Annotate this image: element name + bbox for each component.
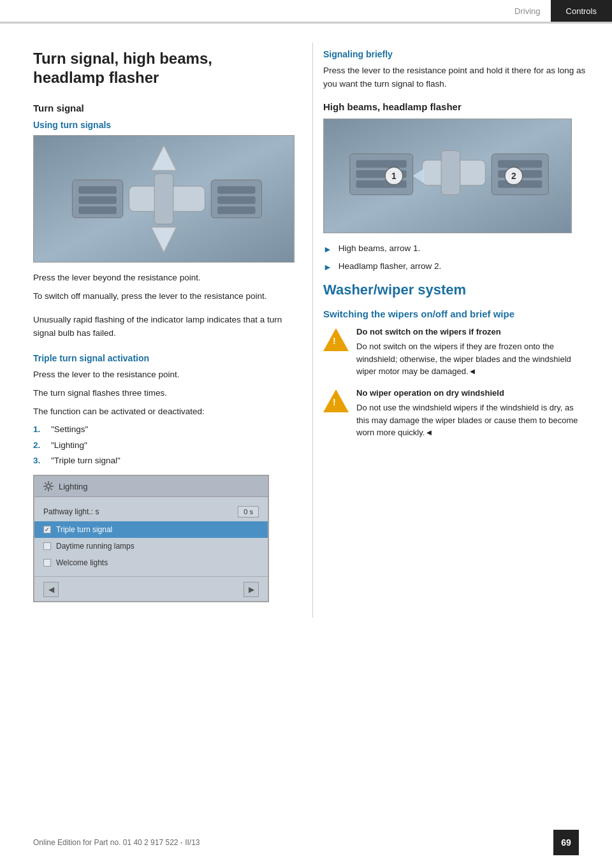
warning-title-1: Do not switch on the wipers if frozen xyxy=(356,326,586,338)
text-3: "Triple turn signal" xyxy=(51,454,120,467)
turn-signals-image-content xyxy=(34,136,294,262)
signaling-text: Press the lever to the resistance point … xyxy=(323,64,586,91)
warning-body-2: Do not use the windshield wipers if the … xyxy=(356,401,586,439)
bullet-arrow-2: ► xyxy=(323,261,332,274)
num-1: 1. xyxy=(33,423,45,436)
lighting-row-3-label: Daytime running lamps xyxy=(56,542,259,551)
svg-line-18 xyxy=(45,483,46,484)
svg-text:2: 2 xyxy=(511,171,516,181)
svg-rect-8 xyxy=(78,206,116,214)
svg-rect-10 xyxy=(217,186,255,194)
page-number: 69 xyxy=(553,830,579,855)
svg-rect-24 xyxy=(441,150,460,194)
bullet-item-1: ► High beams, arrow 1. xyxy=(323,242,586,256)
bullet-item-2: ► Headlamp flasher, arrow 2. xyxy=(323,260,586,274)
num-2: 2. xyxy=(33,439,45,452)
num-3: 3. xyxy=(33,454,45,467)
warning-text-1: Do not switch on the wipers if frozen Do… xyxy=(356,326,586,378)
high-beams-image: 1 2 xyxy=(323,119,572,233)
checkbox-daytime[interactable] xyxy=(43,542,51,550)
main-content: Turn signal, high beams, headlamp flashe… xyxy=(0,24,612,637)
lighting-screenshot-image: Lighting Pathway light.: s 0 s Triple tu… xyxy=(33,475,269,602)
warning-icon-wrap-2 xyxy=(323,387,349,412)
page-footer: Online Edition for Part no. 01 40 2 917 … xyxy=(0,830,612,855)
triple-turn-signal-heading: Triple turn signal activation xyxy=(33,353,292,363)
lighting-nav-next[interactable]: ▶ xyxy=(244,582,259,597)
warning-box-1: Do not switch on the wipers if frozen Do… xyxy=(323,326,586,378)
numbered-item-3: 3. "Triple turn signal" xyxy=(33,454,292,467)
right-column: Signaling briefly Press the lever to the… xyxy=(313,24,612,637)
lighting-nav-prev[interactable]: ◀ xyxy=(43,582,59,597)
switching-wipers-heading: Switching the wipers on/off and brief wi… xyxy=(323,308,586,319)
lighting-row-1-value: 0 s xyxy=(238,506,259,517)
lighting-content: Lighting Pathway light.: s 0 s Triple tu… xyxy=(34,475,268,602)
svg-rect-6 xyxy=(78,186,116,194)
svg-text:1: 1 xyxy=(391,171,397,181)
svg-rect-26 xyxy=(356,160,407,168)
lighting-row-2: Triple turn signal xyxy=(34,521,268,538)
text-1: "Settings" xyxy=(51,423,88,436)
warning-triangle-2 xyxy=(323,389,349,412)
bullet-text-1: High beams, arrow 1. xyxy=(339,242,420,255)
header-driving-label: Driving xyxy=(504,6,550,16)
triple-text-2: The turn signal flashes three times. xyxy=(33,387,292,400)
signaling-briefly-heading: Signaling briefly xyxy=(323,49,586,59)
high-beams-svg: 1 2 xyxy=(324,119,571,233)
warning-triangle-1 xyxy=(323,328,349,351)
lighting-row-3: Daytime running lamps xyxy=(34,538,268,554)
lighting-settings-icon xyxy=(43,481,54,491)
numbered-item-2: 2. "Lighting" xyxy=(33,439,292,452)
svg-line-20 xyxy=(51,483,52,484)
svg-rect-7 xyxy=(78,196,116,204)
warning-title-2: No wiper operation on dry windshield xyxy=(356,387,586,400)
lighting-row-1-label: Pathway light.: s xyxy=(43,507,233,516)
lighting-rows: Pathway light.: s 0 s Triple turn signal… xyxy=(34,497,268,576)
svg-line-19 xyxy=(51,489,52,490)
checkbox-triple-turn[interactable] xyxy=(43,526,51,533)
footer-text: Online Edition for Part no. 01 40 2 917 … xyxy=(33,838,200,847)
svg-rect-2 xyxy=(154,173,173,224)
turn-signals-svg xyxy=(34,136,294,262)
svg-rect-12 xyxy=(217,206,255,214)
triple-text-1: Press the lever to the resistance point. xyxy=(33,368,292,382)
lever-text-1: Press the lever beyond the resistance po… xyxy=(33,271,292,285)
triple-text-3: The function can be activated or deactiv… xyxy=(33,405,292,419)
lighting-row-1: Pathway light.: s 0 s xyxy=(34,502,268,521)
warning-text-2: No wiper operation on dry windshield Do … xyxy=(356,387,586,439)
warning-box-2: No wiper operation on dry windshield Do … xyxy=(323,387,586,439)
lighting-row-2-label: Triple turn signal xyxy=(56,525,259,534)
lighting-row-4: Welcome lights xyxy=(34,554,268,571)
turn-signal-heading: Turn signal xyxy=(33,103,292,113)
svg-point-13 xyxy=(47,484,50,488)
high-beams-image-content: 1 2 xyxy=(324,119,571,233)
turn-signals-image xyxy=(33,135,295,263)
lighting-row-4-label: Welcome lights xyxy=(56,558,259,567)
svg-rect-30 xyxy=(498,160,542,168)
lever-text-2: To switch off manually, press the lever … xyxy=(33,290,292,303)
numbered-list: 1. "Settings" 2. "Lighting" 3. "Triple t… xyxy=(33,423,292,467)
washer-wiper-heading: Washer/wiper system xyxy=(323,282,586,298)
flashing-text: Unusually rapid flashing of the indicato… xyxy=(33,314,292,340)
bullet-arrow-1: ► xyxy=(323,243,332,256)
checkbox-welcome[interactable] xyxy=(43,559,51,567)
lighting-nav: ◀ ▶ xyxy=(34,576,268,602)
bullet-list: ► High beams, arrow 1. ► Headlamp flashe… xyxy=(323,242,586,274)
left-column: Turn signal, high beams, headlamp flashe… xyxy=(0,24,312,637)
high-beams-heading: High beams, headlamp flasher xyxy=(323,101,586,112)
numbered-item-1: 1. "Settings" xyxy=(33,423,292,436)
lighting-header: Lighting xyxy=(34,476,268,497)
svg-rect-11 xyxy=(217,196,255,204)
bullet-text-2: Headlamp flasher, arrow 2. xyxy=(339,260,441,273)
page-header: Driving Controls xyxy=(0,0,612,23)
text-2: "Lighting" xyxy=(51,439,87,452)
page-title: Turn signal, high beams, headlamp flashe… xyxy=(33,49,292,87)
warning-body-1: Do not switch on the wipers if they are … xyxy=(356,340,586,378)
warning-icon-wrap-1 xyxy=(323,326,349,351)
using-turn-signals-heading: Using turn signals xyxy=(33,120,292,130)
svg-line-21 xyxy=(45,489,46,490)
lighting-header-label: Lighting xyxy=(59,482,88,491)
header-controls-label: Controls xyxy=(551,0,612,22)
